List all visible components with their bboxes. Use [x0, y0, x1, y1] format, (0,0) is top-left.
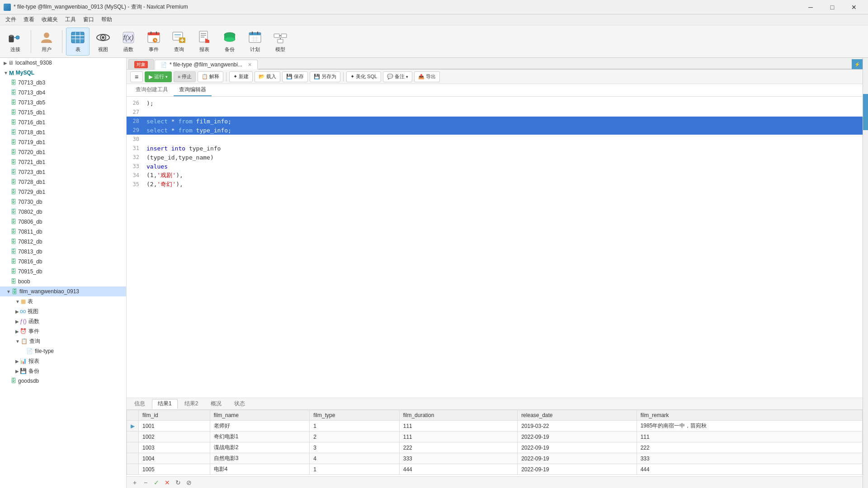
stop-edit-btn[interactable]: ⊘ — [184, 478, 193, 487]
sidebar-item-db-70723-db1[interactable]: 🗄 70723_db1 — [0, 167, 126, 177]
th-film-duration[interactable]: film_duration — [399, 410, 517, 421]
toolbar-table[interactable]: 表 — [66, 28, 90, 56]
editor-content[interactable]: 26 ); 27 28 select * from film_info; 29 … — [127, 97, 863, 398]
cell-film_duration[interactable]: 444 — [399, 464, 517, 475]
toggle-events[interactable]: ▶ — [15, 329, 19, 334]
sidebar-item-db-boob[interactable]: 🗄 boob — [0, 277, 126, 286]
sidebar-item-functions[interactable]: ▶ ƒ() 函数 — [0, 316, 126, 326]
load-button[interactable]: 📂 载入 — [255, 71, 280, 82]
result-tab-2[interactable]: 结果2 — [179, 399, 204, 409]
th-release-date[interactable]: release_date — [518, 410, 637, 421]
table-row[interactable]: 1003谍战电影232222022-09-19222 — [127, 442, 863, 453]
sidebar-item-db-70716-db1[interactable]: 🗄 70716_db1 — [0, 117, 126, 127]
sidebar-item-mysql[interactable]: ▼ M MySQL — [0, 68, 126, 78]
menu-tools[interactable]: 工具 — [61, 15, 80, 24]
cell-film_id[interactable]: 1002 — [139, 432, 210, 442]
menu-view[interactable]: 查看 — [20, 15, 38, 24]
tab-query-editor[interactable]: 查询编辑器 — [174, 84, 212, 96]
cell-film_type[interactable]: 1 — [310, 464, 399, 475]
toolbar-model[interactable]: 模型 — [269, 28, 292, 56]
table-row[interactable]: 1005电影414442022-09-19444 — [127, 464, 863, 475]
cell-film_id[interactable]: 1004 — [139, 453, 210, 464]
cell-film_remark[interactable]: 222 — [637, 442, 862, 453]
table-row[interactable]: 1002奇幻电影121112022-09-19111 — [127, 432, 863, 442]
cell-film_id[interactable]: 1001 — [139, 421, 210, 432]
toolbar-report[interactable]: 报表 — [193, 28, 216, 56]
result-tab-1[interactable]: 结果1 — [152, 399, 178, 409]
cell-release_date[interactable]: 2022-09-19 — [518, 432, 637, 442]
cell-release_date[interactable]: 2022-09-19 — [518, 464, 637, 475]
result-tab-info[interactable]: 信息 — [128, 399, 151, 409]
toggle-localhost[interactable]: ▶ — [4, 61, 7, 66]
tab-close-btn[interactable]: ✕ — [248, 62, 252, 68]
save-button[interactable]: 💾 保存 — [282, 71, 308, 82]
cell-film_type[interactable]: 3 — [310, 442, 399, 453]
sidebar-item-tables[interactable]: ▼ ▦ 表 — [0, 296, 126, 306]
cell-film_name[interactable]: 自然电影3 — [210, 453, 310, 464]
sidebar-item-localhost[interactable]: ▶ 🖥 localhost_9308 — [0, 58, 126, 68]
sidebar-item-db-70813[interactable]: 🗄 70813_db — [0, 247, 126, 257]
th-film-remark[interactable]: film_remark — [637, 410, 862, 421]
toggle-queries[interactable]: ▼ — [15, 339, 20, 344]
menu-favorites[interactable]: 收藏夹 — [38, 15, 61, 24]
refresh-btn[interactable]: ↻ — [174, 478, 183, 487]
sidebar-item-queries[interactable]: ▼ 📋 查询 — [0, 336, 126, 346]
sidebar-item-db-70719-db1[interactable]: 🗄 70719_db1 — [0, 137, 126, 147]
cell-film_name[interactable]: 谍战电影2 — [210, 442, 310, 453]
sidebar-item-db-70713-db3[interactable]: 🗄 70713_db3 — [0, 78, 126, 88]
sidebar-item-film-db[interactable]: ▼ 🗄 film_wangwenbiao_0913 — [0, 286, 126, 296]
delete-row-btn[interactable]: − — [141, 478, 150, 487]
toggle-film-db[interactable]: ▼ — [6, 289, 11, 294]
comment-button[interactable]: 💬 备注 ▾ — [383, 71, 412, 82]
sidebar-item-db-70715-db1[interactable]: 🗄 70715_db1 — [0, 108, 126, 117]
menu-file[interactable]: 文件 — [2, 15, 20, 24]
table-row[interactable]: ▶1001老师好11112019-03-221985年的南宿一中，苗宛秋 — [127, 421, 863, 432]
cell-film_id[interactable]: 1005 — [139, 464, 210, 475]
cancel-btn[interactable]: ✕ — [163, 478, 172, 487]
toggle-mysql[interactable]: ▼ — [4, 70, 8, 75]
toolbar-user[interactable]: 用户 — [35, 28, 58, 56]
result-tab-overview[interactable]: 概况 — [205, 399, 227, 409]
cell-film_duration[interactable]: 111 — [399, 421, 517, 432]
cell-film_remark[interactable]: 333 — [637, 453, 862, 464]
th-film-id[interactable]: film_id — [139, 410, 210, 421]
toolbar-backup[interactable]: 备份 — [218, 28, 241, 56]
cell-film_type[interactable]: 4 — [310, 453, 399, 464]
toggle-functions[interactable]: ▶ — [15, 319, 19, 324]
sidebar-item-db-70816[interactable]: 🗄 70816_db — [0, 257, 126, 267]
menu-window[interactable]: 窗口 — [80, 15, 98, 24]
sidebar-item-file-type-query[interactable]: 📄 file-type — [0, 346, 126, 356]
new-button[interactable]: ✦ 新建 — [229, 71, 253, 82]
cell-film_name[interactable]: 老师好 — [210, 421, 310, 432]
menu-help[interactable]: 帮助 — [98, 15, 116, 24]
sidebar-item-db-70802[interactable]: 🗄 70802_db — [0, 207, 126, 217]
toggle-tables[interactable]: ▼ — [15, 299, 20, 304]
cell-film_duration[interactable]: 222 — [399, 442, 517, 453]
toolbar-connect[interactable]: 连接 — [4, 28, 27, 56]
cell-release_date[interactable]: 2019-03-22 — [518, 421, 637, 432]
result-tab-status[interactable]: 状态 — [228, 399, 251, 409]
cell-film_type[interactable]: 1 — [310, 421, 399, 432]
cell-film_duration[interactable]: 333 — [399, 453, 517, 464]
stop-button[interactable]: ■ 停止 — [174, 71, 196, 82]
table-scroll[interactable]: film_id film_name film_type film_duratio… — [127, 410, 863, 476]
cell-film_name[interactable]: 电影4 — [210, 464, 310, 475]
cell-film_remark[interactable]: 111 — [637, 432, 862, 442]
cell-release_date[interactable]: 2022-09-19 — [518, 453, 637, 464]
table-row[interactable]: 1004自然电影343332022-09-19333 — [127, 453, 863, 464]
tab-bar-action[interactable]: ⚡ — [852, 59, 863, 69]
close-button[interactable]: ✕ — [844, 0, 864, 14]
export-button[interactable]: 📤 导出 — [414, 71, 440, 82]
cell-film_remark[interactable]: 444 — [637, 464, 862, 475]
th-film-name[interactable]: film_name — [210, 410, 310, 421]
cell-film_id[interactable]: 1003 — [139, 442, 210, 453]
add-row-btn[interactable]: + — [130, 478, 139, 487]
save-as-button[interactable]: 💾 另存为 — [310, 71, 340, 82]
minimize-button[interactable]: ─ — [800, 0, 821, 14]
hamburger-menu[interactable]: ≡ — [130, 71, 143, 82]
sidebar-item-db-70915[interactable]: 🗄 70915_db — [0, 267, 126, 277]
sidebar-item-db-70811[interactable]: 🗄 70811_db — [0, 227, 126, 237]
sidebar-item-events[interactable]: ▶ ⏰ 事件 — [0, 326, 126, 336]
tab-object[interactable]: 对象 — [128, 59, 154, 69]
cell-film_name[interactable]: 奇幻电影1 — [210, 432, 310, 442]
